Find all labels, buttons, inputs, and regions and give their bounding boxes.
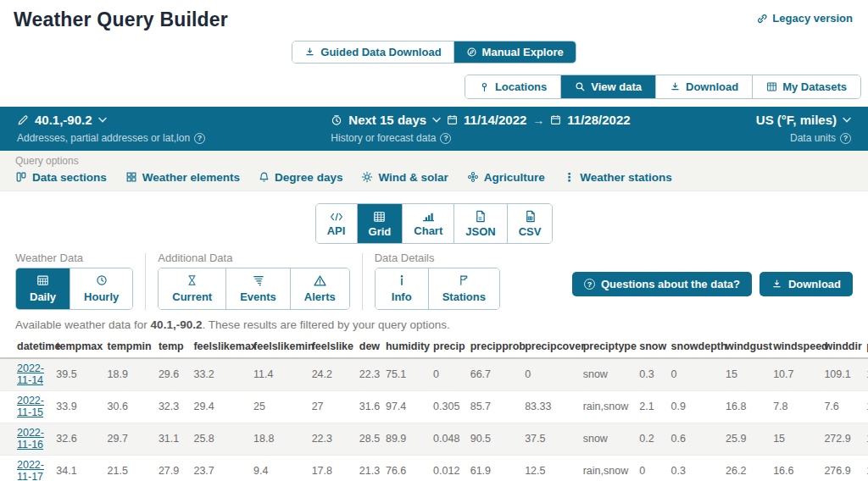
cell-value: 0 [525, 368, 531, 380]
cell-value: 34.1 [56, 465, 76, 477]
cell-value: 37.5 [525, 433, 545, 445]
table-row: 2022-11-1734.121.527.923.79.417.821.376.… [0, 456, 868, 481]
stations-button[interactable]: Stations [428, 268, 499, 309]
column-header-windspeed: windspeed [770, 336, 821, 358]
option-weather-stations[interactable]: ⋮ Weather stations [564, 170, 672, 184]
daily-button[interactable]: Daily [16, 268, 70, 309]
cell-value: 0.3 [639, 368, 654, 380]
cell-value: 22.3 [359, 368, 380, 380]
tab-api[interactable]: API [316, 204, 357, 243]
calendar-grid-icon [36, 274, 49, 286]
tab-csv[interactable]: CSV [507, 204, 553, 243]
flag-icon [459, 274, 470, 286]
cell-value: 0 [639, 465, 645, 477]
divider [362, 253, 363, 310]
cell-value: 29.7 [108, 433, 128, 445]
search-icon [575, 81, 586, 92]
calendar-icon [447, 114, 458, 125]
events-button[interactable]: Events [225, 268, 290, 309]
guided-data-download-button[interactable]: Guided Data Download [292, 41, 453, 63]
option-agriculture[interactable]: Agriculture [467, 170, 545, 184]
cell-value: 61.9 [470, 465, 491, 477]
date-link[interactable]: 2022-11-14 [17, 362, 44, 386]
date-link[interactable]: 2022-11-17 [17, 459, 44, 481]
cell-value: rain,snow [583, 401, 629, 412]
tornado-icon [253, 274, 264, 286]
help-icon[interactable]: ? [840, 133, 851, 144]
cell-value: 75.1 [386, 368, 406, 380]
cell-value: 33.9 [56, 401, 76, 412]
download-button[interactable]: Download [760, 272, 853, 296]
hourglass-icon [186, 274, 198, 286]
hourly-button[interactable]: Hourly [70, 268, 132, 309]
tab-view-data[interactable]: View data [560, 75, 655, 98]
column-header-feelslikemin: feelslikemin [250, 336, 309, 358]
query-options-label: Query options [15, 155, 853, 167]
cell-value: 7.6 [824, 401, 838, 412]
period-helper: History or forecast data ? [331, 132, 630, 144]
column-header-tempmax: tempmax [53, 336, 103, 358]
cell-value: 0 [671, 368, 677, 380]
compass-icon [466, 47, 477, 58]
cell-value: 22.3 [312, 433, 332, 445]
units-value[interactable]: US (°F, miles) [756, 113, 851, 127]
clock-icon [331, 114, 342, 126]
cell-value: 15 [726, 368, 737, 380]
cell-value: 89.9 [386, 433, 406, 445]
alert-icon [314, 275, 326, 286]
help-icon[interactable]: ? [440, 133, 451, 144]
units-selector: US (°F, miles) Data units ? [756, 113, 851, 144]
tab-chart[interactable]: Chart [402, 204, 453, 243]
cell-value: 11.4 [253, 368, 273, 380]
tab-my-datasets[interactable]: My Datasets [752, 75, 860, 98]
cell-value: 0.2 [639, 433, 654, 445]
option-data-sections[interactable]: Data sections [15, 170, 107, 184]
cell-value: 23.7 [193, 465, 214, 477]
cell-value: 18.9 [108, 368, 128, 380]
tab-locations[interactable]: Locations [465, 75, 560, 98]
tab-download[interactable]: Download [655, 75, 752, 98]
date-link[interactable]: 2022-11-15 [17, 395, 44, 418]
caption-location: 40.1,-90.2 [151, 318, 203, 331]
cell-value: 0.048 [433, 433, 459, 445]
cell-value: 0.305 [433, 401, 459, 412]
units-helper: Data units ? [756, 132, 851, 144]
column-header-precipcover: precipcover [521, 336, 580, 358]
divider [145, 253, 146, 310]
location-value[interactable]: 40.1,-90.2 [17, 113, 205, 127]
mode-toggle: Guided Data Download Manual Explore [0, 41, 868, 64]
help-icon: ? [584, 279, 595, 290]
json-file-icon [475, 210, 486, 223]
elements-icon [125, 171, 137, 183]
table-row: 2022-11-1632.629.731.125.818.822.328.589… [0, 423, 868, 456]
manual-explore-button[interactable]: Manual Explore [453, 41, 576, 63]
table-row: 2022-11-1533.930.632.329.4252731.697.40.… [0, 391, 868, 423]
table-header-row: datetimetempmaxtempmintempfeelslikemaxfe… [0, 336, 868, 358]
alerts-button[interactable]: Alerts [290, 268, 349, 309]
cell-value: 28.5 [359, 433, 380, 445]
query-options-strip: Query options Data sections Weather elem… [0, 151, 868, 191]
cell-value: 29.6 [159, 368, 179, 380]
cell-value: 109.1 [824, 368, 850, 380]
datasets-icon [766, 81, 777, 92]
cell-value: snow [583, 433, 608, 445]
questions-about-data-button[interactable]: ? Questions about the data? [572, 272, 752, 296]
option-wind-solar[interactable]: Wind & solar [361, 170, 448, 184]
legacy-version-link[interactable]: Legacy version [756, 12, 853, 25]
end-date[interactable]: 11/28/2022 [567, 113, 630, 127]
option-weather-elements[interactable]: Weather elements [125, 170, 240, 184]
start-date[interactable]: 11/14/2022 [464, 113, 526, 127]
code-icon [330, 212, 343, 222]
csv-file-icon [525, 210, 536, 223]
help-icon[interactable]: ? [194, 133, 205, 144]
additional-data-group: Additional Data Current Events Alerts [158, 252, 349, 310]
date-link[interactable]: 2022-11-16 [17, 427, 44, 451]
period-value[interactable]: Next 15 days [348, 113, 426, 127]
tab-json[interactable]: JSON [453, 204, 506, 243]
cell-value: 24.2 [312, 368, 332, 380]
option-degree-days[interactable]: Degree days [259, 170, 342, 184]
info-button[interactable]: Info [376, 268, 428, 309]
cell-value: 0 [433, 368, 439, 380]
tab-grid[interactable]: Grid [357, 204, 403, 243]
current-button[interactable]: Current [159, 268, 225, 309]
